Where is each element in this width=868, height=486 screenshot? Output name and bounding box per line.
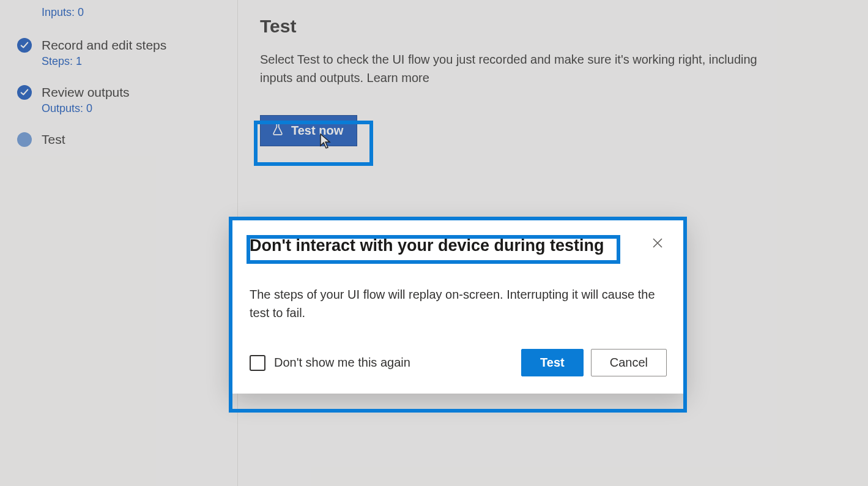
step-icon-spacer (17, 6, 32, 21)
step-body: Test (42, 131, 65, 148)
page-title: Test (260, 16, 844, 37)
dialog-footer: Don't show me this again Test Cancel (250, 349, 667, 376)
step-sub: Outputs: 0 (42, 102, 130, 115)
test-now-button[interactable]: Test now (260, 115, 357, 146)
dialog-header: Don't interact with your device during t… (250, 235, 667, 256)
checkmark-icon (17, 38, 32, 53)
description-text: Select Test to check the UI flow you jus… (260, 53, 757, 84)
checkbox-icon[interactable] (250, 355, 265, 371)
wizard-step-inputs[interactable]: Inputs: 0 (17, 0, 225, 32)
current-step-icon (17, 132, 32, 147)
close-icon (652, 236, 663, 252)
wizard-step-record[interactable]: Record and edit steps Steps: 1 (17, 32, 225, 79)
test-button[interactable]: Test (521, 349, 584, 376)
step-sub: Inputs: 0 (42, 6, 84, 19)
wizard-sidebar: Inputs: 0 Record and edit steps Steps: 1… (0, 0, 237, 486)
step-title: Review outputs (42, 84, 130, 101)
step-sub: Steps: 1 (42, 55, 166, 68)
page-description: Select Test to check the UI flow you jus… (260, 50, 768, 87)
test-now-label: Test now (291, 124, 343, 138)
dialog-buttons: Test Cancel (521, 349, 667, 376)
wizard-step-review[interactable]: Review outputs Outputs: 0 (17, 79, 225, 126)
cancel-button[interactable]: Cancel (591, 349, 667, 376)
test-now-wrapper: Test now (260, 115, 357, 146)
step-body: Record and edit steps Steps: 1 (42, 37, 166, 68)
step-title: Record and edit steps (42, 37, 166, 54)
step-body: Review outputs Outputs: 0 (42, 84, 130, 115)
step-title: Test (42, 131, 65, 148)
test-warning-dialog: Don't interact with your device during t… (231, 220, 685, 394)
wizard-step-test[interactable]: Test (17, 126, 225, 159)
checkbox-label: Don't show me this again (274, 356, 410, 370)
dialog-title: Don't interact with your device during t… (250, 235, 604, 256)
step-body: Inputs: 0 (42, 5, 84, 19)
dont-show-again-checkbox[interactable]: Don't show me this again (250, 355, 410, 371)
learn-more-link[interactable]: Learn more (367, 71, 429, 84)
flask-icon (272, 122, 284, 140)
dialog-body: The steps of your UI flow will replay on… (250, 285, 659, 322)
close-button[interactable] (648, 235, 667, 253)
checkmark-icon (17, 85, 32, 100)
